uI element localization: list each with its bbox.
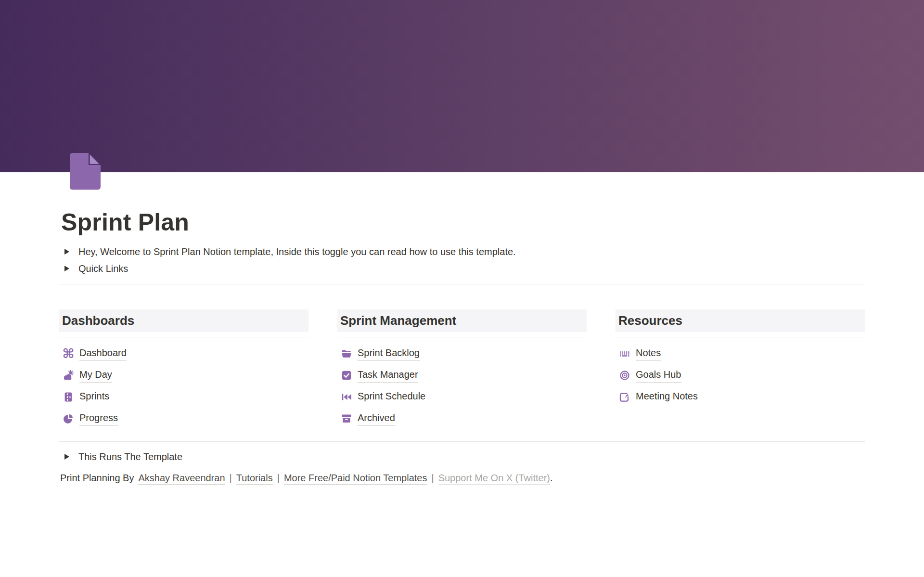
footer-link-tutorials[interactable]: Tutorials bbox=[236, 473, 273, 485]
divider bbox=[59, 284, 865, 284]
link-label[interactable]: Task Manager bbox=[358, 369, 418, 383]
footer-prefix: Print Planning By bbox=[60, 473, 134, 483]
toggle-quick-links-label: Quick Links bbox=[78, 263, 128, 275]
link-dashboard[interactable]: ⌘ Dashboard bbox=[59, 343, 308, 365]
link-label[interactable]: Sprints bbox=[79, 390, 109, 404]
page-title: Sprint Plan bbox=[61, 209, 865, 237]
footer-link-author[interactable]: Akshay Raveendran bbox=[138, 473, 225, 485]
link-task-manager[interactable]: Task Manager bbox=[337, 365, 587, 386]
page-cover-gradient bbox=[0, 0, 924, 172]
page-content: Sprint Plan Hey, Welcome to Sprint Plan … bbox=[59, 153, 865, 484]
target-icon bbox=[619, 370, 630, 381]
column-header-sprint-management: Sprint Management bbox=[337, 309, 587, 332]
link-notes[interactable]: Notes bbox=[616, 343, 865, 365]
link-sprint-schedule[interactable]: Sprint Schedule bbox=[337, 386, 587, 408]
folder-icon bbox=[341, 348, 352, 359]
column-resources: Resources bbox=[616, 309, 865, 430]
link-label[interactable]: Archived bbox=[358, 412, 395, 426]
divider bbox=[59, 441, 865, 442]
link-my-day[interactable]: My Day bbox=[59, 365, 308, 386]
link-archived[interactable]: Archived bbox=[337, 408, 587, 430]
column-sprint-management: Sprint Management Sprint Backlog bbox=[337, 309, 587, 430]
link-sprint-backlog[interactable]: Sprint Backlog bbox=[337, 343, 587, 365]
page-icon[interactable] bbox=[70, 153, 101, 190]
toggle-runs-label: This Runs The Template bbox=[78, 451, 182, 463]
archive-icon bbox=[341, 413, 352, 424]
divider bbox=[337, 337, 587, 337]
link-goals-hub[interactable]: Goals Hub bbox=[616, 365, 865, 386]
footer-link-twitter[interactable]: Support Me On X (Twitter) bbox=[438, 473, 550, 485]
checkbox-icon bbox=[341, 370, 352, 381]
link-label[interactable]: Sprint Schedule bbox=[358, 390, 425, 404]
footer-suffix: . bbox=[550, 473, 553, 483]
toggle-arrow-icon[interactable] bbox=[64, 454, 69, 460]
footer-separator: | bbox=[230, 473, 232, 483]
column-dashboards: Dashboards ⌘ Dashboard bbox=[59, 309, 308, 430]
toggle-welcome-label: Hey, Welcome to Sprint Plan Notion templ… bbox=[78, 246, 516, 258]
keyboard-icon bbox=[619, 348, 630, 359]
toggle-arrow-icon[interactable] bbox=[64, 266, 69, 271]
toggle-welcome[interactable]: Hey, Welcome to Sprint Plan Notion templ… bbox=[59, 244, 865, 260]
footer-separator: | bbox=[431, 473, 434, 483]
edit-icon bbox=[619, 391, 630, 403]
link-label[interactable]: My Day bbox=[79, 369, 112, 383]
toggle-this-runs-the-template[interactable]: This Runs The Template bbox=[59, 449, 865, 465]
link-sprints[interactable]: Sprints bbox=[59, 386, 308, 408]
link-label[interactable]: Goals Hub bbox=[636, 369, 681, 383]
footer-credits: Print Planning ByAkshay Raveendran|Tutor… bbox=[60, 472, 865, 484]
footer-link-templates[interactable]: More Free/Paid Notion Templates bbox=[284, 473, 427, 485]
toggle-arrow-icon[interactable] bbox=[64, 249, 69, 255]
footer-separator: | bbox=[277, 473, 280, 483]
link-label[interactable]: Meeting Notes bbox=[636, 390, 698, 404]
sun-cloud-icon bbox=[63, 370, 74, 381]
link-label[interactable]: Dashboard bbox=[79, 347, 127, 361]
rewind-icon bbox=[341, 391, 352, 403]
column-header-dashboards: Dashboards bbox=[59, 309, 308, 332]
toggle-quick-links[interactable]: Quick Links bbox=[59, 260, 865, 277]
pie-chart-icon bbox=[63, 413, 74, 424]
document-icon bbox=[70, 153, 101, 190]
divider bbox=[616, 337, 865, 337]
link-label[interactable]: Notes bbox=[636, 347, 661, 361]
columns-section: Dashboards ⌘ Dashboard bbox=[59, 309, 865, 430]
command-icon: ⌘ bbox=[63, 348, 74, 359]
column-header-resources: Resources bbox=[616, 309, 865, 332]
link-meeting-notes[interactable]: Meeting Notes bbox=[616, 386, 865, 408]
link-progress[interactable]: Progress bbox=[59, 408, 308, 430]
divider bbox=[59, 337, 308, 337]
link-label[interactable]: Sprint Backlog bbox=[358, 347, 420, 361]
file-icon bbox=[63, 391, 74, 403]
link-label[interactable]: Progress bbox=[79, 412, 118, 426]
